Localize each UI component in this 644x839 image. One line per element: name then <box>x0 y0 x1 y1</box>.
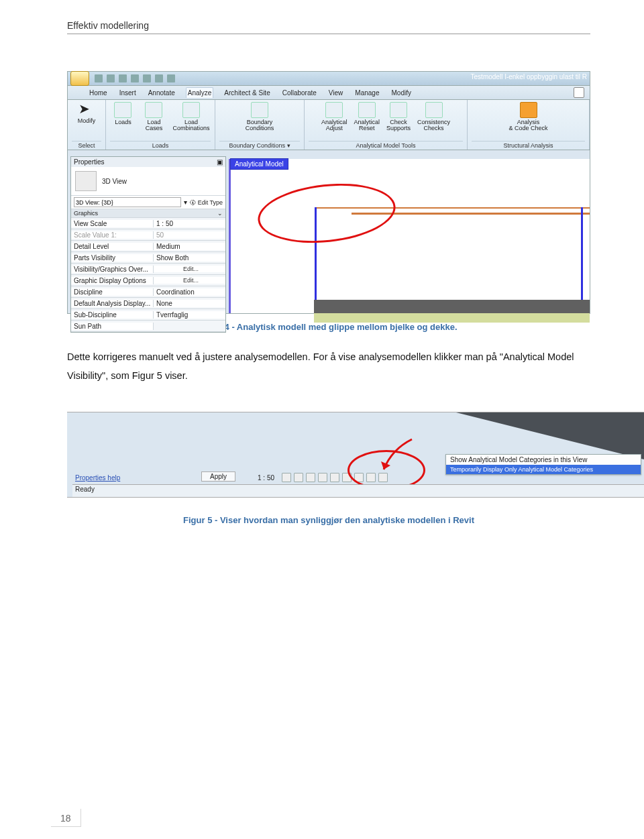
panel-title-boundary: Boundary Conditions ▾ <box>219 141 300 149</box>
revit-screenshot-2: Show Analytical Model Categories in this… <box>67 412 644 498</box>
property-row[interactable]: Graphic Display OptionsEdit... <box>71 275 225 286</box>
load-cases-button[interactable]: Load Cases <box>142 102 166 132</box>
window-title: Testmodell I-enkel oppbyggin ulast til R <box>471 73 587 80</box>
qat-open-icon[interactable] <box>95 74 103 82</box>
analytical-adjust-button[interactable]: Analytical Adjust <box>321 102 347 132</box>
property-key: View Scale <box>71 220 154 227</box>
property-key: Default Analysis Display... <box>71 300 154 307</box>
tab-architect-site[interactable]: Architect & Site <box>223 88 271 98</box>
menu-item-temp-analytical[interactable]: Temporarily Display Only Analytical Mode… <box>446 465 641 474</box>
viewbar-icon[interactable] <box>294 473 303 482</box>
tab-view[interactable]: View <box>327 88 345 98</box>
property-key: Sub-Discipline <box>71 311 154 319</box>
property-value[interactable]: None <box>154 300 225 307</box>
tab-home[interactable]: Home <box>88 88 109 98</box>
qat-icon[interactable] <box>167 74 175 82</box>
property-key: Parts Visibility <box>71 254 154 262</box>
viewbar-icon[interactable] <box>330 473 339 482</box>
body-paragraph: Dette korrigeres manuelt ved å justere a… <box>67 348 590 385</box>
property-key: Sun Path <box>71 323 154 330</box>
property-row[interactable]: Visibility/Graphics Over...Edit... <box>71 264 225 275</box>
property-value[interactable]: Tverrfaglig <box>154 311 225 319</box>
property-value[interactable]: Coordination <box>154 288 225 296</box>
qat-icon[interactable] <box>143 74 151 82</box>
status-bar: Ready <box>72 484 644 497</box>
page-number: 18 <box>51 809 81 827</box>
qat-undo-icon[interactable] <box>119 74 127 82</box>
consistency-checks-button[interactable]: Consistency Checks <box>417 102 450 132</box>
properties-help-link[interactable]: Properties help <box>75 474 120 482</box>
property-row[interactable]: Sub-DisciplineTverrfaglig <box>71 309 225 321</box>
property-value[interactable]: Edit... <box>154 277 225 284</box>
help-icon[interactable] <box>574 87 584 98</box>
panel-title-analytical-tools: Analytical Model Tools <box>309 141 463 149</box>
property-row[interactable]: DisciplineCoordination <box>71 286 225 298</box>
property-key: Graphic Display Options <box>71 277 154 284</box>
edit-type-button[interactable]: 🛈 Edit Type <box>190 199 223 206</box>
analysis-code-check-button[interactable]: Analysis & Code Check <box>508 102 547 132</box>
chevron-down-icon[interactable]: ▾ <box>184 199 187 206</box>
tab-manage[interactable]: Manage <box>354 88 380 98</box>
quick-access-toolbar: Testmodell I-enkel oppbyggin ulast til R <box>68 72 590 86</box>
view-type-label: 3D View <box>102 178 127 185</box>
qat-icon[interactable] <box>155 74 163 82</box>
view-scale-label: 1 : 50 <box>258 474 274 482</box>
apply-button[interactable]: Apply <box>201 471 235 482</box>
menu-item-show-analytical[interactable]: Show Analytical Model Categories in this… <box>446 455 641 465</box>
property-row[interactable]: Scale Value 1:50 <box>71 229 225 241</box>
tab-modify[interactable]: Modify <box>390 88 412 98</box>
figure-5-caption: Figur 5 - Viser hvordan man synliggjør d… <box>67 515 590 525</box>
annotation-circle <box>255 177 398 249</box>
app-button[interactable] <box>70 71 89 86</box>
revit-screenshot-1: Testmodell I-enkel oppbyggin ulast til R… <box>67 71 590 314</box>
property-row[interactable]: Default Analysis Display...None <box>71 298 225 309</box>
property-category[interactable]: Graphics⌄ <box>71 209 225 218</box>
properties-title: Properties <box>74 158 105 166</box>
ribbon-tabs: Home Insert Annotate Analyze Architect &… <box>68 86 590 100</box>
view-selector-input[interactable] <box>74 197 181 207</box>
drawing-canvas[interactable]: Analytical Model <box>229 159 590 313</box>
model-corner <box>456 412 644 459</box>
panel-title-loads: Loads <box>110 141 211 149</box>
panel-title-structural: Structural Analysis <box>472 141 585 149</box>
view-tab[interactable]: Analytical Model <box>230 158 288 170</box>
tab-annotate[interactable]: Annotate <box>147 88 176 98</box>
property-row[interactable]: Detail LevelMedium <box>71 241 225 252</box>
loads-button[interactable]: Loads <box>111 102 135 125</box>
analytical-visibility-menu: Show Analytical Model Categories in this… <box>445 454 641 475</box>
property-value[interactable]: Show Both <box>154 254 225 262</box>
properties-panel: Properties▣ 3D View ▾ 🛈 Edit Type Graphi… <box>70 156 226 333</box>
modify-button[interactable]: ➤Modify <box>74 102 99 124</box>
panel-title-select: Select <box>72 141 101 149</box>
tab-collaborate[interactable]: Collaborate <box>281 88 318 98</box>
property-value[interactable]: 1 : 50 <box>154 220 225 227</box>
boundary-conditions-button[interactable]: Boundary Conditions <box>246 102 274 132</box>
slab <box>314 300 590 323</box>
property-row[interactable]: Parts VisibilityShow Both <box>71 252 225 264</box>
property-value[interactable]: 50 <box>154 231 225 239</box>
property-key: Detail Level <box>71 243 154 250</box>
qat-save-icon[interactable] <box>107 74 115 82</box>
property-key: Visibility/Graphics Over... <box>71 266 154 273</box>
property-row[interactable]: Sun Path <box>71 321 225 332</box>
qat-redo-icon[interactable] <box>131 74 139 82</box>
view-thumbnail-icon <box>75 171 97 191</box>
viewbar-icon[interactable] <box>306 473 315 482</box>
viewbar-icon[interactable] <box>318 473 327 482</box>
analytical-reset-button[interactable]: Analytical Reset <box>354 102 380 132</box>
column-line <box>581 207 583 313</box>
property-key: Discipline <box>71 288 154 296</box>
ribbon: ➤Modify Select Loads Load Cases Load Com… <box>68 100 590 150</box>
check-supports-button[interactable]: Check Supports <box>386 102 411 132</box>
property-value[interactable]: Medium <box>154 243 225 250</box>
property-value[interactable]: Edit... <box>154 266 225 272</box>
viewbar-icon[interactable] <box>282 473 291 482</box>
tab-insert[interactable]: Insert <box>118 88 138 98</box>
close-icon[interactable]: ▣ <box>217 158 223 166</box>
property-key: Scale Value 1: <box>71 231 154 239</box>
page-header: Effektiv modellering <box>67 20 590 34</box>
property-row[interactable]: View Scale1 : 50 <box>71 218 225 229</box>
load-combinations-button[interactable]: Load Combinations <box>172 102 209 132</box>
tab-analyze[interactable]: Analyze <box>186 87 214 98</box>
